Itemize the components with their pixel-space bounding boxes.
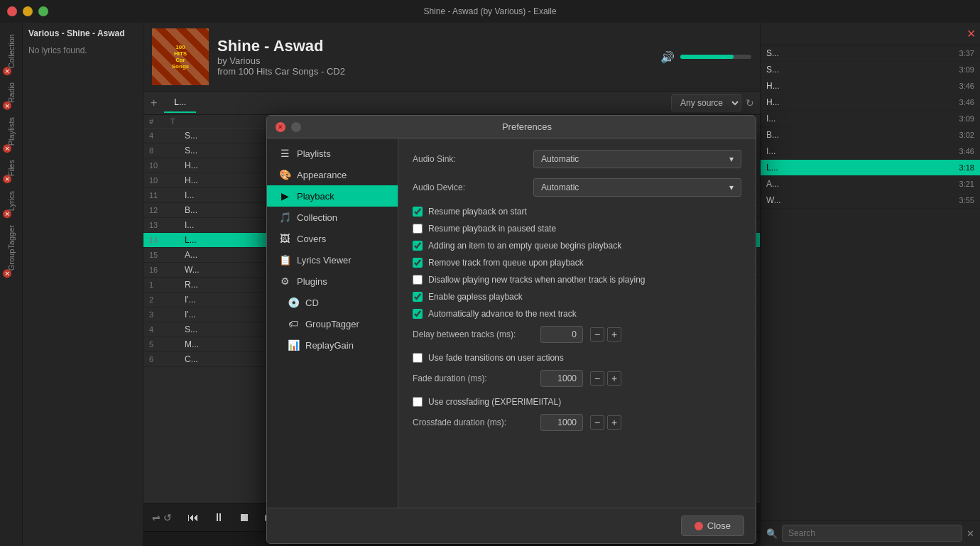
fade-checkbox[interactable] <box>413 353 423 363</box>
volume-bar[interactable] <box>680 55 751 59</box>
crossfade-checkbox[interactable] <box>413 397 423 407</box>
track-num: 5 <box>149 340 170 349</box>
repeat-btn[interactable]: ↺ <box>163 512 172 523</box>
empty_queue-checkbox[interactable] <box>413 241 423 251</box>
sidebar-item-files[interactable]: ✕ Files <box>4 154 18 182</box>
audio-sink-dropdown[interactable]: Automatic ▾ <box>533 150 741 168</box>
track-num: 10 <box>149 161 170 170</box>
lyrics-panel: Various - Shine - Aswad No lyrics found. <box>23 23 143 546</box>
minimize-window-btn[interactable] <box>23 6 33 16</box>
audio-device-dropdown[interactable]: Automatic ▾ <box>533 178 741 197</box>
pref-nav-item-plugins[interactable]: ⚙Plugins <box>267 271 398 292</box>
search-input[interactable] <box>782 525 962 542</box>
covers-nav-label: Covers <box>297 234 326 244</box>
close-window-btn[interactable] <box>7 6 17 16</box>
right-track-row[interactable]: S... 3:37 <box>761 45 980 62</box>
delay-increment-btn[interactable]: + <box>607 327 621 342</box>
close-playlists-icon[interactable]: ✕ <box>3 144 11 153</box>
right-track-row[interactable]: B... 3:02 <box>761 127 980 143</box>
playlists-nav-icon: ☰ <box>278 148 291 159</box>
prev-btn[interactable]: ⏮ <box>183 508 203 527</box>
sidebar-item-grouptagger[interactable]: ✕ GroupTagger <box>4 219 18 276</box>
pref-nav-item-covers[interactable]: 🖼Covers <box>267 228 398 249</box>
collection-nav-label: Collection <box>297 212 337 223</box>
playback-nav-label: Playback <box>297 191 334 202</box>
fade-duration-label: Fade duration (ms): <box>413 373 533 383</box>
fade-duration-input[interactable] <box>540 370 583 387</box>
resume_paused-checkbox[interactable] <box>413 224 423 234</box>
right-track-row[interactable]: L... 3:18 <box>761 160 980 176</box>
gapless-checkbox[interactable] <box>413 292 423 302</box>
right-track-row[interactable]: H... 3:46 <box>761 94 980 111</box>
resume_start-checkbox[interactable] <box>413 207 423 217</box>
right-track-row[interactable]: A... 3:21 <box>761 176 980 192</box>
sidebar-item-lyrics[interactable]: ✕ Lyrics <box>4 185 18 217</box>
crossfade-duration-decrement-btn[interactable]: − <box>590 415 604 430</box>
auto_advance-checkbox[interactable] <box>413 309 423 319</box>
plugins-nav-label: Plugins <box>297 276 327 287</box>
close-lyrics-icon[interactable]: ✕ <box>3 209 11 218</box>
pref-nav-item-replaygain[interactable]: 📊ReplayGain <box>267 334 398 356</box>
add-playlist-tab-btn[interactable]: + <box>143 92 164 114</box>
crossfade-duration-increment-btn[interactable]: + <box>607 415 621 430</box>
pref-nav-item-grouptagger[interactable]: 🏷GroupTagger <box>267 313 398 334</box>
crossfade-checkbox-row: Use crossfading (EXPERIMEIITAL) <box>413 397 741 407</box>
right-track-title: S... <box>766 48 959 58</box>
delay-input[interactable] <box>540 326 583 343</box>
right-track-length: 3:18 <box>959 163 974 172</box>
pref-minimize-btn[interactable] <box>291 122 301 132</box>
crossfade-duration-input[interactable] <box>540 414 583 431</box>
fade-duration-decrement-btn[interactable]: − <box>590 371 604 386</box>
stop-btn[interactable]: ⏹ <box>234 508 254 527</box>
source-dropdown[interactable]: Any source <box>671 94 741 111</box>
gapless-label: Enable gapless playback <box>428 292 523 302</box>
track-details: Shine - Aswad by Various from 100 Hits C… <box>217 37 652 77</box>
pref-close-window-btn[interactable]: ✕ <box>276 122 285 132</box>
close-right-panel-icon[interactable]: ✕ <box>967 27 976 40</box>
shuffle-btn[interactable]: ⇌ <box>152 512 160 523</box>
close-radio-icon[interactable]: ✕ <box>3 102 11 110</box>
resume_start-label: Resume playback on start <box>428 207 527 217</box>
pref-nav-item-playback[interactable]: ▶Playback <box>267 185 398 207</box>
clear-search-icon[interactable]: ✕ <box>967 528 974 539</box>
right-track-row[interactable]: I... 3:46 <box>761 143 980 160</box>
pref-nav-item-cd[interactable]: 💿CD <box>267 292 398 313</box>
pref-close-label: Close <box>707 520 731 531</box>
playlist-tab-active[interactable]: L... <box>164 93 196 113</box>
crossfade-label: Use crossfading (EXPERIMEIITAL) <box>428 397 561 407</box>
pref-close-btn[interactable]: Close <box>681 515 744 536</box>
lyrics-track-info: Various - Shine - Aswad <box>28 28 137 38</box>
lyrics-nav-label: Lyrics Viewer <box>297 255 352 266</box>
right-track-length: 3:37 <box>959 49 974 58</box>
right-track-row[interactable]: I... 3:09 <box>761 111 980 127</box>
right-track-list[interactable]: S... 3:37 S... 3:09 H... 3:46 H... 3:46 … <box>761 45 980 520</box>
grouptagger-nav-icon: 🏷 <box>287 318 300 329</box>
fade-duration-increment-btn[interactable]: + <box>607 371 621 386</box>
source-select-area: Any source ↻ <box>665 92 760 114</box>
close-collection-icon[interactable]: ✕ <box>3 67 11 75</box>
right-track-length: 3:09 <box>959 65 974 74</box>
sidebar-item-radio[interactable]: ✕ Radio <box>4 77 18 109</box>
right-track-title: L... <box>766 163 959 173</box>
right-track-row[interactable]: S... 3:09 <box>761 62 980 78</box>
sidebar-item-playlists[interactable]: ✕ Playlists <box>4 111 18 151</box>
right-track-row[interactable]: W... 3:55 <box>761 192 980 209</box>
disallow-label: Disallow playing new tracks when another… <box>428 275 645 285</box>
refresh-icon[interactable]: ↻ <box>746 97 754 109</box>
right-track-length: 3:09 <box>959 114 974 123</box>
pref-nav-item-playlists[interactable]: ☰Playlists <box>267 143 398 164</box>
auto_advance-label: Automatically advance to the next track <box>428 309 577 319</box>
close-grouptagger-icon[interactable]: ✕ <box>3 269 11 278</box>
remove_track-checkbox[interactable] <box>413 258 423 268</box>
pref-nav-item-collection[interactable]: 🎵Collection <box>267 207 398 228</box>
pause-btn[interactable]: ⏸ <box>209 508 229 527</box>
sidebar-item-collection[interactable]: ✕ Collection <box>4 28 18 74</box>
pref-nav-item-lyrics[interactable]: 📋Lyrics Viewer <box>267 249 398 271</box>
right-track-row[interactable]: H... 3:46 <box>761 78 980 94</box>
pref-nav-item-appearance[interactable]: 🎨Appearance <box>267 164 398 185</box>
maximize-window-btn[interactable] <box>38 6 48 16</box>
close-files-icon[interactable]: ✕ <box>3 175 11 184</box>
disallow-checkbox[interactable] <box>413 275 423 285</box>
delay-decrement-btn[interactable]: − <box>590 327 604 342</box>
right-track-title: A... <box>766 179 959 189</box>
